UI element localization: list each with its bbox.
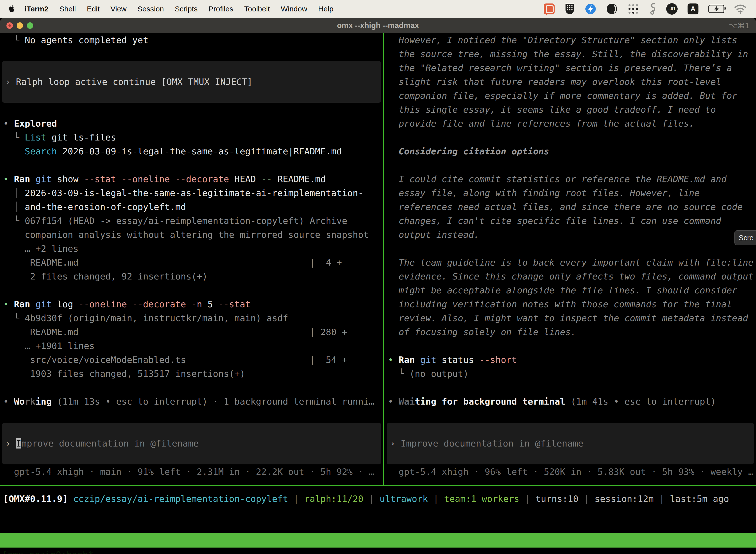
tree-glyph: └ (3, 35, 25, 45)
reasoning-line: evidence. Since this change only affects… (385, 270, 756, 283)
reasoning-line: might be acceptable alongside the file l… (385, 283, 756, 297)
minimize-button[interactable] (17, 22, 23, 29)
omx-session-time: session:12m (594, 494, 653, 504)
cmd-flags: --short (480, 355, 517, 365)
text: … +1901 lines (3, 341, 94, 351)
omx-team: team:1 workers (444, 494, 519, 504)
traffic-lights (6, 22, 33, 29)
input-source-icon[interactable]: A (688, 3, 698, 14)
waiting-status-line: • Waiting for background terminal (1m 41… (385, 395, 756, 408)
cmd-arg: 5 (202, 299, 218, 309)
tool-verb: Search (25, 146, 57, 156)
cmd-git: git (36, 174, 52, 184)
terminal-line: • Ran git show --stat --oneline --decora… (0, 172, 383, 186)
reasoning-line: the source tree, missing the essay. Stil… (385, 47, 756, 61)
prompt-chevron-icon: › (5, 438, 16, 448)
menu-item-view[interactable]: View (111, 5, 126, 13)
menu-item-shell[interactable]: Shell (59, 5, 76, 13)
terminal-line: 2 files changed, 92 insertions(+) (0, 270, 383, 283)
working-shimmer: Wo (14, 396, 24, 406)
menu-item-scripts[interactable]: Scripts (175, 5, 198, 13)
cmd-git: git (36, 299, 52, 309)
menu-item-session[interactable]: Session (137, 5, 164, 13)
text: references need actual files, and since … (398, 202, 743, 212)
text: However, I noticed the "Directory Struct… (398, 35, 737, 45)
reasoning-line: The team guideline is to back every impo… (385, 256, 756, 270)
working-detail: (11m 13s • esc to interrupt) · 1 backgro… (52, 396, 374, 406)
text: this single essay, it seems like a good … (398, 105, 716, 115)
terminal: └ No agents completed yet › Ralph loop a… (0, 33, 756, 554)
blank-line (385, 381, 756, 395)
lightning-app-icon[interactable] (585, 3, 596, 15)
keyboard-shield-icon[interactable] (565, 3, 575, 15)
prompt-input[interactable]: › Improve documentation in @filename (2, 423, 381, 464)
chat-app-icon[interactable] (544, 3, 555, 15)
menu-item-edit[interactable]: Edit (87, 5, 100, 13)
menu-item-help[interactable]: Help (318, 5, 334, 13)
dot-grid-icon[interactable] (628, 3, 639, 15)
prompt-text: Improve documentation in @filename (400, 438, 583, 448)
blank-line (385, 339, 756, 353)
prompt-input[interactable]: › Improve documentation in @filename (387, 423, 754, 464)
separator: | (578, 494, 594, 504)
blank-line (0, 103, 383, 117)
text: README.md | 280 + (3, 327, 347, 337)
reasoning-line: the "Related research writing" section i… (385, 61, 756, 75)
pie-disk-icon[interactable] (606, 3, 618, 15)
model-status-line: gpt-5.4 xhigh · 96% left · 520K in · 5.8… (385, 465, 756, 479)
space (68, 494, 73, 504)
chevron-icon: › (5, 77, 16, 87)
working-shimmer: rk (25, 396, 36, 406)
text: … +2 lines (3, 243, 78, 254)
reasoning-heading: Considering citation options (385, 145, 756, 158)
squiggle-icon[interactable] (649, 3, 656, 15)
battery-percent-badge-icon[interactable]: ..61 (666, 3, 678, 15)
prompt-text: mprove documentation in @filename (21, 438, 199, 448)
space (30, 299, 36, 309)
terminal-line: src/voice/voiceModeEnabled.ts | 54 + (0, 353, 383, 367)
terminal-line: Search 2026-03-09-is-legal-the-same-as-l… (0, 145, 383, 158)
prompt-chevron-icon: › (390, 438, 400, 448)
tool-verb: List (25, 132, 46, 143)
text: └ 067f154 (HEAD -> essay/ai-reimplementa… (3, 216, 347, 226)
text: review. Also, I might want to inspect th… (398, 313, 748, 323)
reasoning-line: of focusing solely on file lines. (385, 325, 756, 339)
menu-item-toolbelt[interactable]: Toolbelt (244, 5, 270, 13)
reasoning-line: essay file, along with finding root file… (385, 186, 756, 200)
tree-glyph: └ (3, 132, 25, 143)
right-pane[interactable]: However, I noticed the "Directory Struct… (385, 33, 756, 479)
text: essay file, along with finding root file… (398, 188, 700, 198)
tmux-status-bar: [omx-cczip0:bash* "MacBook-Pro-44.local"… (0, 533, 756, 548)
wifi-icon[interactable] (734, 3, 747, 15)
pane-divider-vertical[interactable] (383, 33, 384, 486)
omx-mode: ultrawork (379, 494, 428, 504)
ran-label: Ran (14, 299, 30, 309)
text: evidence. Since this change only affects… (398, 271, 753, 281)
model-status-line: gpt-5.4 xhigh · main · 91% left · 2.31M … (0, 465, 383, 479)
close-button[interactable] (6, 22, 13, 29)
working-status-line: • Working (11m 13s • esc to interrupt) ·… (0, 395, 383, 408)
banner-text: Ralph loop active continue [OMX_TMUX_INJ… (16, 77, 252, 87)
text: git ls-files (46, 132, 116, 143)
text: the "Related research writing" section i… (398, 63, 732, 73)
menu-item-profiles[interactable]: Profiles (208, 5, 233, 13)
left-pane[interactable]: └ No agents completed yet › Ralph loop a… (0, 33, 383, 479)
reasoning-line: this single essay, it seems like a good … (385, 103, 756, 117)
separator: | (654, 494, 670, 504)
battery-charging-icon[interactable] (708, 3, 724, 15)
terminal-line: … +2 lines (0, 242, 383, 256)
cmd-sub: log (52, 299, 78, 309)
apple-menu-icon[interactable] (8, 5, 15, 13)
cmd-flags: --stat --oneline --decorate (84, 174, 229, 184)
zoom-button[interactable] (27, 22, 33, 29)
terminal-line: │ and-the-erosion-of-copyleft.md (0, 200, 383, 214)
text: and-the-erosion-of-copyleft.md (25, 202, 186, 212)
bullet-icon: • (388, 355, 398, 365)
menu-item-window[interactable]: Window (281, 5, 307, 13)
terminal-line: └ 067f154 (HEAD -> essay/ai-reimplementa… (0, 214, 383, 228)
terminal-line: 1903 files changed, 513517 insertions(+) (0, 367, 383, 381)
reasoning-line: provide file and line references from th… (385, 117, 756, 130)
omx-branch-path: cczip/essay/ai-reimplementation-copyleft (73, 494, 288, 504)
text: 2026-03-09-is-legal-the-same-as-legitima… (25, 188, 363, 198)
menu-item-iterm2[interactable]: iTerm2 (24, 5, 48, 13)
